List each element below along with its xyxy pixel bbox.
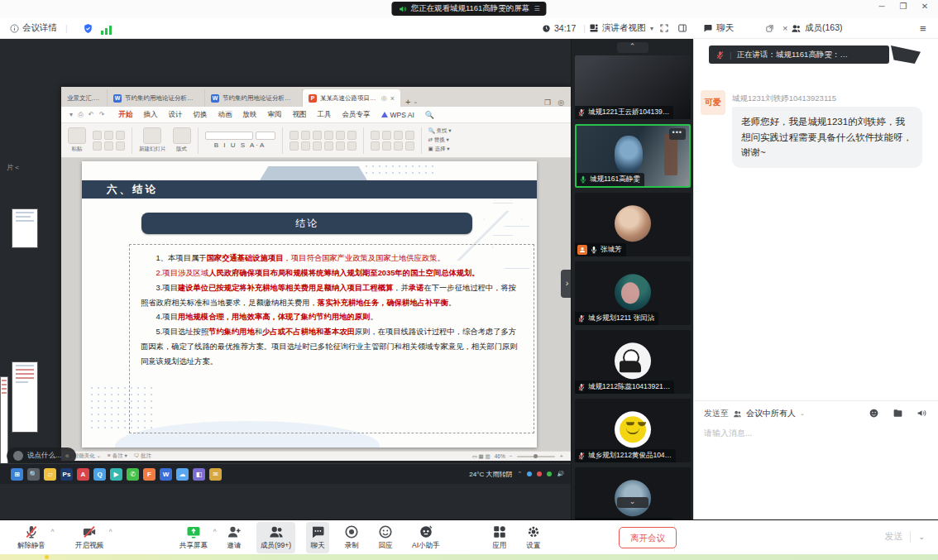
tray-icon[interactable] (537, 471, 542, 476)
photoshop-taskbar-icon[interactable]: Ps (60, 468, 73, 481)
wps-menu-设计[interactable]: 设计 (169, 110, 183, 120)
send-to-row[interactable]: 发送至 会议中所有人 ⌄ (704, 408, 805, 419)
unmute-button[interactable]: 解除静音˄ (13, 522, 50, 553)
media-taskbar-icon[interactable]: ▶ (110, 468, 122, 481)
announce-icon[interactable] (916, 408, 927, 419)
cloud-taskbar-icon[interactable]: ☁ (176, 468, 189, 481)
video-strip-toggle[interactable]: › (561, 270, 571, 298)
wps-document-tab[interactable]: 业景文汇.pptx (61, 89, 108, 107)
wps-window-buttons[interactable]: ❐◎ (544, 98, 564, 107)
file-icon[interactable] (893, 408, 903, 419)
ai-button[interactable]: AI小助手 (408, 522, 444, 553)
send-options-chevron[interactable]: ⌄ (918, 533, 925, 541)
paste-group[interactable]: 粘贴 (68, 127, 86, 153)
chevron-up-icon[interactable]: ˄ (50, 527, 55, 534)
chat-button[interactable]: 聊天 (306, 522, 329, 553)
wps-menu-放映[interactable]: 放映 (243, 110, 257, 120)
wps-menu-切换[interactable]: 切换 (194, 110, 208, 120)
wps-ai-button[interactable]: WPS AI (381, 111, 414, 119)
wechat-taskbar-icon[interactable]: ✆ (127, 468, 139, 481)
emoji-icon[interactable] (869, 408, 879, 419)
scroll-down-chevron[interactable]: ⌄ (617, 497, 648, 508)
chat-close-icon[interactable]: × (782, 23, 787, 33)
close-button[interactable]: ✕ (916, 0, 933, 15)
paragraph-group[interactable] (290, 131, 357, 151)
chevron-up-icon[interactable]: ˄ (213, 527, 217, 534)
clipboard-group[interactable] (93, 131, 125, 151)
tray-icon[interactable] (547, 471, 552, 476)
new-tab-button[interactable]: + ⌄ (405, 97, 418, 107)
scroll-up-chevron[interactable]: ⌃ (617, 42, 648, 53)
wps-quick-icons[interactable]: ▾ ⎙ ↶ ↷ (69, 111, 107, 119)
pin-icon[interactable]: ◎ (381, 94, 387, 102)
chevron-up-icon[interactable]: ˄ (108, 527, 112, 534)
find-select-group[interactable]: 🔍 查找 ▾ ⇄ 替换 ▾ ▣ 选择 ▾ (428, 127, 452, 153)
zoom-slider[interactable] (517, 456, 555, 457)
network-signal-icon[interactable] (101, 22, 112, 35)
wps-menu-审阅[interactable]: 审阅 (268, 110, 282, 120)
tab-close-icon[interactable]: × (390, 94, 395, 103)
shapes-group[interactable] (371, 131, 414, 151)
tray-volume-icon[interactable]: 🔊 (557, 471, 564, 477)
view-buttons[interactable]: ▭ ▦ ▥ (472, 453, 491, 460)
design-taskbar-icon[interactable]: F (143, 468, 156, 481)
tray-icon[interactable] (527, 471, 532, 476)
side-panel-button[interactable] (677, 18, 687, 38)
video-tile[interactable]: ••• 城规1161高静雯 (575, 124, 691, 188)
members-header[interactable]: 成员(163) (791, 18, 843, 38)
folder-taskbar-icon[interactable]: ▱ (44, 468, 56, 481)
members-button[interactable]: 成员(99+) (256, 522, 295, 553)
leave-meeting-button[interactable]: 离开会议 (619, 527, 677, 548)
invite-button[interactable]: 邀请 (223, 522, 246, 553)
tile-more-icon[interactable]: ••• (669, 128, 686, 140)
notes-button[interactable]: ≡ 备注 ▾ (108, 452, 127, 460)
collapse-left-icon[interactable]: « (65, 452, 69, 460)
pdf-taskbar-icon[interactable]: A (77, 468, 89, 481)
new-slide-group[interactable]: 新建幻灯片 (139, 127, 166, 153)
video-tile[interactable]: 城规1221王云娇104139… (575, 55, 691, 119)
settings-button[interactable]: 设置 (522, 522, 545, 553)
wps-menu-开始[interactable]: 开始 (119, 110, 133, 120)
fullscreen-button[interactable] (659, 18, 669, 38)
zoom-out-button[interactable]: − (510, 453, 513, 459)
start-taskbar-icon[interactable]: ⊞ (11, 468, 23, 481)
wps-document-tab[interactable]: W节约集约用地论证分析专题编制与审查 (108, 89, 205, 107)
banner-menu-icon[interactable]: ☰ (534, 5, 539, 12)
search-taskbar-icon[interactable]: 🔍 (27, 468, 40, 481)
view-mode-selector[interactable]: 演讲者视图 ▼ | (589, 18, 663, 38)
wps-menu-插入[interactable]: 插入 (144, 110, 158, 120)
maximize-button[interactable]: ❐ (895, 0, 912, 15)
share-screen-button[interactable]: 共享屏幕˄ (175, 522, 212, 553)
security-shield-icon[interactable] (83, 18, 93, 38)
chat-message-input[interactable] (704, 428, 927, 438)
wps-menu-工具[interactable]: 工具 (318, 110, 332, 120)
comments-button[interactable]: 🗨 批注 (134, 452, 151, 460)
minimize-button[interactable]: ─ (873, 0, 890, 15)
wps-document-tab[interactable]: W节约集约用地论证分析专题报告表.d (205, 89, 303, 107)
layout-group[interactable]: 版式 (173, 127, 191, 153)
weather-label[interactable]: 24°C 大雨转阴 (469, 470, 512, 479)
react-button[interactable]: 回应 (374, 522, 397, 553)
video-tile[interactable]: 张城芳 (575, 193, 691, 256)
meeting-details[interactable]: 会议详情 | (10, 18, 68, 38)
qq-taskbar-icon[interactable]: Q (93, 468, 106, 481)
video-tile[interactable]: 城乡规划1211 张闰沾 (575, 261, 691, 325)
wps-menu-视图[interactable]: 视图 (293, 110, 307, 120)
tray-expand-icon[interactable]: ⌃ (517, 471, 522, 477)
wps-menu-会员专享[interactable]: 会员专享 (342, 110, 371, 120)
send-button[interactable]: 发送 (884, 530, 902, 543)
mail-taskbar-icon[interactable]: ✉ (209, 468, 222, 481)
wps-menu-动画[interactable]: 动画 (218, 110, 232, 120)
record-button[interactable]: 录制 (340, 522, 363, 553)
video-tile[interactable]: 城乡规划1212黄俊品104… (575, 399, 691, 462)
slide-thumbnail[interactable] (12, 208, 38, 248)
font-group[interactable]: B I U S A·A (205, 132, 275, 149)
chat-avatar[interactable]: 可爱 (701, 90, 725, 115)
apps-button[interactable]: 应用 (488, 522, 511, 553)
danmaku-input-pill[interactable]: 说点什么... « (7, 448, 76, 464)
more-menu-icon[interactable]: ≡ (920, 18, 926, 38)
wps-document-tab[interactable]: P某某高速公路项目节约集约用地论证分析◎× (303, 89, 400, 107)
popout-icon[interactable] (765, 24, 774, 33)
apps-taskbar-icon[interactable]: ◧ (193, 468, 205, 481)
slide-thumbnail[interactable] (12, 361, 38, 433)
